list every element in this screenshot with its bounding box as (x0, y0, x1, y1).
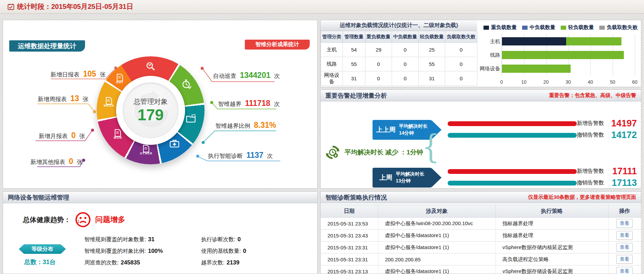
x-axis-tick-label: 30 (565, 79, 571, 85)
x-axis-tick-label: 60 (632, 79, 638, 85)
auto-inspection-stat: 自动巡查 1344201 次 (213, 71, 280, 80)
stat-unit: 张 (83, 96, 88, 102)
analysis-result-badge: 智维分析成果统计 (245, 40, 310, 50)
calendar-icon (8, 3, 14, 10)
diagnosis-panel-note: 仅显示最近30条数据，更多请查看策略管理页面 (528, 194, 636, 201)
document-icon: MON (110, 129, 125, 139)
network-stat-label: 智维规则覆盖的对象比例: (84, 248, 146, 254)
load-table-cell: 0 (365, 57, 392, 71)
chart-category-label: 主机 (478, 37, 500, 45)
alert-bar-value: 14172 (607, 130, 637, 140)
folder-icon (184, 114, 199, 123)
diagnosis-table-cell: 指标越界处理 (495, 230, 608, 242)
alert-bar-label: 新增告警数 (577, 168, 604, 175)
load-table-cell: 0 (365, 71, 392, 86)
alert-bar-row: 撤销告警数14172 (448, 132, 637, 138)
diagnosis-table-cell: 虚拟中心服务/datastore1 (1) (378, 230, 495, 242)
load-table-cell: 0 (445, 43, 477, 57)
stat-value: 8.31% (254, 121, 276, 129)
load-table-cell: 网络设备 (321, 71, 343, 86)
alert-bars: 新增告警数17111撤销告警数17113 (448, 168, 637, 192)
view-button[interactable]: 查看 (616, 267, 633, 274)
load-table-header-cell: 管理数量 (343, 31, 365, 43)
chart-bar-row (502, 37, 635, 45)
stat-value: 1137 (246, 151, 263, 160)
x-axis-tick-label: 20 (543, 79, 549, 85)
management-objects-donut-chart: OTHER MON WEEK DAY 总管理对象 179 (97, 56, 205, 164)
load-table-cell: 55 (343, 57, 365, 71)
alert-panel-title: 重要告警处理增量分析 (325, 92, 387, 100)
network-stat-row: 使用的基线数量:0 (201, 248, 246, 255)
alert-summary-row: 平均解决时长 减少 ：1分钟 (325, 145, 423, 160)
load-table-header-cell: 轻负载数量 (419, 31, 445, 43)
view-button[interactable]: 查看 (616, 231, 633, 240)
first-aid-icon (167, 139, 182, 148)
alert-bar-label: 新增告警数 (577, 120, 604, 127)
chart-x-axis: 0102030405060 (502, 79, 635, 85)
stat-unit: 张 (100, 71, 106, 78)
network-stat-value: 245835 (121, 259, 140, 266)
stat-unit: 次 (267, 153, 273, 159)
load-table-cell: 0 (392, 57, 419, 71)
network-stat-value: 31 (148, 236, 154, 243)
diagnosis-table-cell: 高负载进程定位策略 (495, 254, 608, 265)
alert-panel-title-bar: 重要告警处理增量分析 重要告警：包含紧急、高级、中级告警 (321, 90, 641, 101)
network-stat-value: 2139 (226, 259, 239, 266)
diagnosis-table-action-cell: 查看 (608, 254, 641, 265)
health-trend-row: 总体健康趋势： 问题增多 (23, 211, 125, 228)
other-report-stat: 新增其他报表 0 张 (30, 157, 80, 166)
stat-value: 105 (83, 69, 96, 78)
diagnosis-table-cell: 2015-05-31 23:13 (321, 265, 378, 274)
diagnosis-table-cell: 2015-05-31 23:43 (321, 230, 378, 242)
network-stat-label: 周巡查的次数: (84, 260, 118, 265)
network-stat-row: 智维规则覆盖的对象数量:31 (84, 236, 154, 243)
diagnosis-table-row: 2015-05-31 23:43虚拟中心服务/datastore1 (1)指标越… (321, 230, 641, 242)
stat-unit: 张 (77, 159, 83, 165)
network-panel-body: 总体健康趋势： 问题增多 等级分布 总数：31台 智维规则覆盖的对象数量:31智… (3, 203, 317, 274)
load-table-header-cell: 中负载数量 (392, 31, 419, 43)
diagnosis-panel-title-bar: 智能诊断策略执行情况 仅显示最近30条数据，更多请查看策略管理页面 (321, 192, 641, 203)
document-icon: OTHER (139, 145, 154, 155)
stat-value: 0 (71, 131, 76, 140)
chart-bar-segment (502, 65, 571, 73)
legend-item: 轻负载数量 (561, 24, 594, 31)
processing-stats-badge: 运维数据处理量统计 (9, 40, 85, 52)
network-stat-row: 执行诊断次数:0 (201, 236, 241, 243)
stat-label: 执行智能诊断 (208, 153, 243, 159)
statistics-period-label: 统计时段：2015年05月25日-05月31日 (17, 2, 133, 11)
load-table-cell: 54 (343, 43, 365, 57)
arrow-right-icon (431, 168, 442, 188)
load-table-cell: 0 (445, 57, 477, 71)
network-stat-value: 0 (237, 236, 240, 243)
load-panel-title-text: 运维对象负载情况统计(仅统计一、二级对象负载) (340, 22, 458, 29)
statistics-period-bar: 统计时段：2015年05月25日-05月31日 (0, 0, 644, 14)
alert-bar (448, 169, 577, 174)
load-table-row: 线路5500550 (321, 57, 477, 71)
network-stat-row: 智维规则覆盖的对象比例:100% (84, 248, 163, 255)
view-button[interactable]: 查看 (616, 219, 633, 228)
view-button[interactable]: 查看 (616, 243, 633, 252)
data-processing-panel: 运维数据处理量统计 智维分析成果统计 OTHER (3, 20, 318, 189)
health-trend-label: 总体健康趋势： (23, 215, 71, 224)
device-total-label: 总数：31台 (24, 258, 56, 266)
network-stat-label: 智维规则覆盖的对象数量: (84, 236, 146, 242)
diagnosis-table-action-cell: 查看 (608, 242, 641, 254)
alert-bar (448, 121, 577, 126)
diagnosis-strategy-panel: 智能诊断策略执行情况 仅显示最近30条数据，更多请查看策略管理页面 日期涉及对象… (320, 191, 641, 274)
chart-legend: 重负载数量中负载数量轻负载数量负载取数失败 (484, 24, 638, 31)
load-table-cell: 31 (419, 71, 445, 86)
legend-label: 中负载数量 (530, 24, 555, 31)
network-device-panel: 网络设备智能运维管理 总体健康趋势： 问题增多 等级分布 总数：31台 智维规则… (3, 191, 318, 274)
legend-item: 重负载数量 (484, 24, 517, 31)
alert-period-group: 上上周平均解决时长14分钟新增告警数14197撤销告警数14172 (321, 120, 637, 142)
load-statistics-panel: 运维对象负载情况统计(仅统计一、二级对象负载) 管理分类管理数量重负载数量中负载… (320, 20, 641, 87)
diagnosis-table-action-cell: 查看 (608, 218, 641, 230)
chart-bar-row (502, 51, 635, 59)
stat-unit: 张 (79, 133, 85, 139)
diagnosis-table-action-cell: 查看 (608, 265, 641, 274)
view-button[interactable]: 查看 (616, 255, 633, 264)
network-stat-label: 执行诊断次数: (201, 236, 235, 242)
alert-bar-value: 17113 (607, 178, 637, 188)
diagnosis-table: 日期涉及对象执行策略操作 2015-05-31 23:53虚拟中心服务/win0… (321, 205, 641, 274)
alert-analysis-panel: 重要告警处理增量分析 重要告警：包含紧急、高级、中级告警 上上周平均解决时长14… (320, 90, 641, 189)
